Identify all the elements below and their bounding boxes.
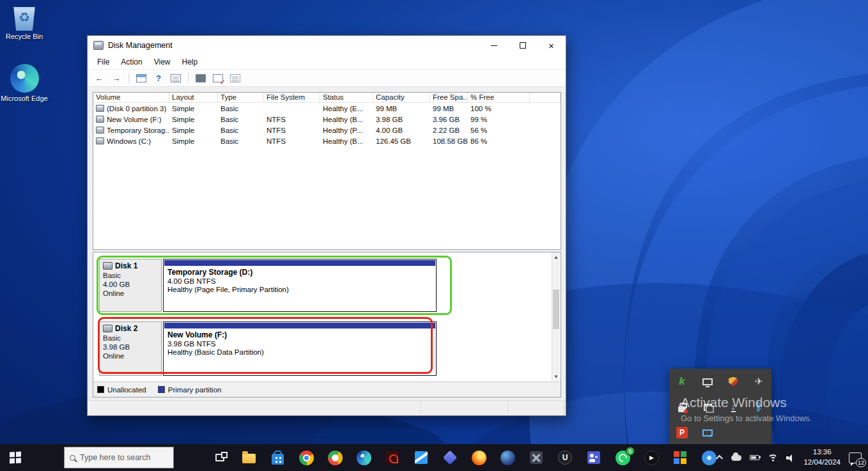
back-icon[interactable]: ← <box>93 72 105 84</box>
table-row[interactable]: New Volume (F:) Simple Basic NTFS Health… <box>93 114 561 125</box>
menu-file[interactable]: File <box>91 56 115 68</box>
chrome-icon[interactable] <box>298 450 314 465</box>
disk-state: Online <box>103 290 158 297</box>
disk-1-info[interactable]: Disk 1 Basic 4.00 GB Online <box>99 259 162 312</box>
disk-1-partition[interactable]: Temporary Storage (D:) 4.00 GB NTFS Heal… <box>163 259 437 312</box>
table-row[interactable]: Temporary Storag... Simple Basic NTFS He… <box>93 125 561 135</box>
check-document-icon[interactable]: ✓ <box>212 72 224 84</box>
minimize-button[interactable] <box>479 36 508 55</box>
console-tree-icon[interactable] <box>135 72 148 84</box>
col-type[interactable]: Type <box>218 93 264 103</box>
scroll-down-icon[interactable]: ▼ <box>552 372 560 381</box>
partition-status: Healthy (Basic Data Partition) <box>167 348 436 356</box>
file-explorer-icon[interactable] <box>241 450 256 465</box>
lock-icon[interactable] <box>675 400 689 414</box>
firefox-icon[interactable] <box>471 450 486 465</box>
partition-size: 4.00 GB NTFS <box>167 277 436 285</box>
start-button[interactable] <box>0 444 31 471</box>
tools-icon[interactable] <box>529 450 544 465</box>
col-capacity[interactable]: Capacity <box>373 93 430 103</box>
volume-icon-tray[interactable] <box>786 454 795 461</box>
col-layout[interactable]: Layout <box>169 93 218 103</box>
help-icon[interactable]: ? <box>152 72 165 84</box>
scroll-up-icon[interactable]: ▲ <box>552 252 560 261</box>
volume-type: Basic <box>218 125 264 135</box>
media-player-icon[interactable] <box>644 450 659 465</box>
vscode-icon[interactable] <box>414 450 429 465</box>
network-icon[interactable] <box>768 454 778 461</box>
disk-2-block[interactable]: Disk 2 Basic 3.98 GB Online New Volume (… <box>99 321 437 376</box>
disk-name: Disk 1 <box>115 261 137 270</box>
partition-title: New Volume (F:) <box>167 330 436 339</box>
desktop-icon-recycle-bin[interactable]: ♻ Recycle Bin <box>0 4 49 41</box>
task-view-icon[interactable] <box>212 450 228 465</box>
microsoft-store-icon[interactable] <box>270 450 285 465</box>
u-app-icon[interactable] <box>557 450 573 465</box>
tray-chevron-up-icon[interactable] <box>716 455 723 462</box>
legend: Unallocated Primary partition <box>93 382 561 397</box>
disk-2-info[interactable]: Disk 2 Basic 3.98 GB Online <box>99 321 162 376</box>
table-row[interactable]: Windows (C:) Simple Basic NTFS Healthy (… <box>93 135 561 146</box>
volume-free: 2.22 GB <box>430 125 468 135</box>
search-icon <box>70 455 75 461</box>
volume-type: Basic <box>218 135 264 146</box>
col-status[interactable]: Status <box>320 93 373 103</box>
defender-shield-icon[interactable] <box>726 374 740 389</box>
volume-status: Healthy (B... <box>320 135 373 146</box>
scrollbar-thumb[interactable] <box>553 290 559 329</box>
col-free-space[interactable]: Free Spa... <box>430 93 468 103</box>
virtual-window-icon[interactable] <box>701 400 715 414</box>
monitor-icon[interactable] <box>701 374 715 389</box>
col-file-system[interactable]: File System <box>264 93 320 103</box>
volume-layout: Simple <box>169 103 218 114</box>
browser-icon[interactable] <box>327 450 343 465</box>
volume-status: Healthy (B... <box>320 114 373 125</box>
disk-1-block[interactable]: Disk 1 Basic 4.00 GB Online Temporary St… <box>99 259 437 312</box>
search-box[interactable] <box>64 447 174 468</box>
col-volume[interactable]: Volume <box>93 93 169 103</box>
onedrive-icon[interactable] <box>731 455 741 461</box>
menu-action[interactable]: Action <box>115 56 148 68</box>
table-row[interactable]: (Disk 0 partition 3) Simple Basic Health… <box>93 103 561 114</box>
toolbar: ← → ? ✓ <box>88 70 566 87</box>
edge-taskbar-icon[interactable] <box>356 450 371 465</box>
volume-free: 108.58 GB <box>430 135 468 146</box>
clock[interactable]: 13:36 12/04/2024 <box>803 447 841 467</box>
display-cast-icon[interactable] <box>701 426 715 440</box>
3d-viewer-icon[interactable] <box>442 450 458 465</box>
download-icon[interactable]: ↓ <box>726 400 740 414</box>
forward-icon[interactable]: → <box>110 72 123 84</box>
volume-pct-free: 100 % <box>468 103 530 114</box>
refresh-disks-icon[interactable] <box>194 72 207 84</box>
desktop-icon-microsoft-edge[interactable]: Microsoft Edge <box>0 64 49 103</box>
powerpoint-icon[interactable]: P <box>675 426 689 440</box>
search-input[interactable] <box>80 453 163 462</box>
action-center-icon[interactable]: 12 <box>849 452 862 463</box>
office-icon[interactable] <box>672 450 688 465</box>
disk-2-partition[interactable]: New Volume (F:) 3.98 GB NTFS Healthy (Ba… <box>163 321 437 376</box>
steam-icon[interactable] <box>500 450 515 465</box>
volume-free: 99 MB <box>430 103 468 114</box>
close-button[interactable]: × <box>537 36 566 55</box>
view-options-icon[interactable] <box>229 72 242 84</box>
bluetooth-icon[interactable]: ᛒ <box>752 400 766 414</box>
recycle-bin-icon: ♻ <box>12 4 36 31</box>
kite-icon[interactable]: k <box>675 374 689 389</box>
battery-icon[interactable] <box>750 455 759 460</box>
menu-view[interactable]: View <box>148 56 176 68</box>
volume-free: 3.96 GB <box>430 114 468 125</box>
titlebar[interactable]: Disk Management × <box>88 36 566 55</box>
teams-icon[interactable] <box>586 450 601 465</box>
partition-color-bar <box>164 260 435 266</box>
airplane-icon[interactable]: ✈ <box>752 374 766 389</box>
photos-icon[interactable] <box>701 450 717 465</box>
menu-help[interactable]: Help <box>176 56 204 68</box>
col-filler <box>530 93 561 103</box>
export-list-icon[interactable] <box>169 72 182 84</box>
col-pct-free[interactable]: % Free <box>468 93 530 103</box>
disk-management-app-icon <box>93 41 104 50</box>
whatsapp-icon[interactable]: 6 <box>615 450 630 465</box>
maximize-button[interactable] <box>508 36 537 55</box>
vertical-scrollbar[interactable]: ▲ ▼ <box>552 252 560 381</box>
adobe-acrobat-icon[interactable] <box>385 450 400 465</box>
